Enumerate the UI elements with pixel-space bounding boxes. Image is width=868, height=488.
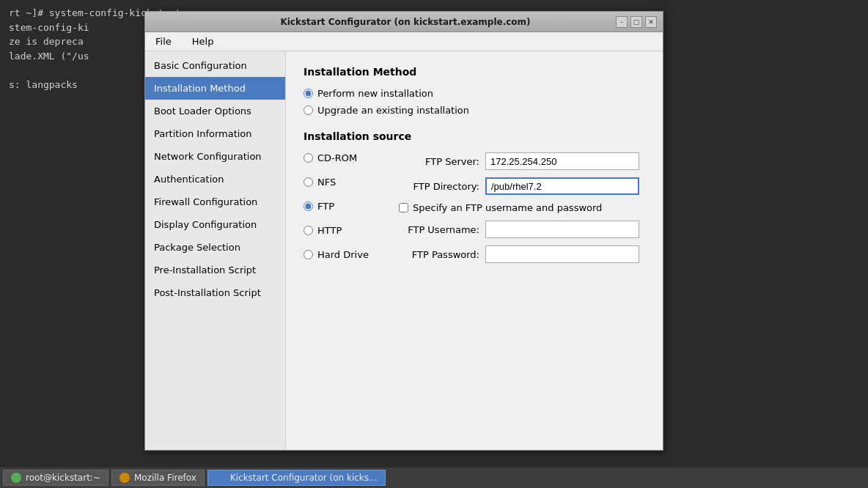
ftp-username-label: FTP Username: [399,224,479,235]
radio-upgrade-existing: Upgrade an existing installation [304,105,645,116]
installation-method-header: Installation Method [304,66,645,78]
menu-file[interactable]: File [151,34,176,48]
radio-nfs-group: NFS [304,177,384,188]
radio-ftp-group: FTP [304,201,384,212]
dialog-window: Kickstart Configurator (on kickstart.exa… [144,11,663,451]
radio-hard-drive-group: Hard Drive [304,249,384,260]
taskbar-item-terminal[interactable]: root@kickstart:~ [3,470,108,486]
radio-http-label[interactable]: HTTP [317,225,342,236]
taskbar-item-kickstart[interactable]: Kickstart Configurator (on kicks... [207,470,386,486]
ftp-server-row: FTP Server: [399,152,645,170]
taskbar-label-terminal: root@kickstart:~ [26,473,100,483]
source-radios: CD-ROM NFS FTP HTTP [304,152,384,266]
radio-hard-drive-label[interactable]: Hard Drive [317,249,369,260]
sidebar-item-basic-configuration[interactable]: Basic Configuration [145,54,285,77]
source-fields: FTP Server: FTP Directory: Specify an FT… [399,152,645,266]
right-panel: Installation Method Perform new installa… [286,51,663,450]
ftp-username-input[interactable] [485,221,639,238]
ftp-server-input[interactable] [485,152,639,170]
radio-http-input[interactable] [304,226,313,235]
maximize-button[interactable]: □ [630,16,642,28]
radio-ftp-label[interactable]: FTP [317,201,334,212]
title-bar-buttons: – □ ✕ [616,16,657,28]
sidebar-item-installation-method[interactable]: Installation Method [145,77,285,100]
specify-ftp-checkbox[interactable] [399,203,408,212]
taskbar: root@kickstart:~ Mozilla Firefox Kicksta… [0,467,868,488]
taskbar-label-kickstart: Kickstart Configurator (on kicks... [230,473,378,483]
close-button[interactable]: ✕ [645,16,657,28]
sidebar-item-pre-installation-script[interactable]: Pre-Installation Script [145,259,285,281]
sidebar-item-display-configuration[interactable]: Display Configuration [145,213,285,236]
title-bar: Kickstart Configurator (on kickstart.exa… [145,12,663,32]
ftp-password-row: FTP Password: [399,245,645,263]
sidebar-item-network-configuration[interactable]: Network Configuration [145,145,285,168]
installation-source-section: Installation source CD-ROM NFS [304,130,645,266]
ftp-password-label: FTP Password: [399,249,479,260]
ftp-password-input[interactable] [485,245,639,263]
radio-perform-new-label[interactable]: Perform new installation [317,88,433,99]
ftp-server-label: FTP Server: [399,156,479,167]
radio-nfs-input[interactable] [304,177,313,187]
sidebar-item-post-installation-script[interactable]: Post-Installation Script [145,281,285,304]
taskbar-dot-terminal [11,473,21,483]
taskbar-item-firefox[interactable]: Mozilla Firefox [111,470,205,486]
menu-help[interactable]: Help [188,34,218,48]
minimize-button[interactable]: – [616,16,628,28]
radio-cdrom-input[interactable] [304,153,313,163]
sidebar-item-partition-information[interactable]: Partition Information [145,122,285,145]
radio-perform-new: Perform new installation [304,88,645,99]
ftp-directory-label: FTP Directory: [399,181,479,192]
sidebar-item-boot-loader-options[interactable]: Boot Loader Options [145,100,285,122]
ftp-directory-input[interactable] [485,177,639,195]
radio-upgrade-existing-label[interactable]: Upgrade an existing installation [317,105,469,116]
taskbar-dot-firefox [119,473,130,483]
sidebar-item-firewall-configuration[interactable]: Firewall Configuration [145,191,285,213]
radio-hard-drive-input[interactable] [304,250,313,259]
content-area: Basic Configuration Installation Method … [145,51,663,450]
radio-cdrom-label[interactable]: CD-ROM [317,152,357,163]
specify-ftp-row: Specify an FTP username and password [399,202,645,213]
radio-ftp-input[interactable] [304,202,313,211]
radio-cdrom-group: CD-ROM [304,152,384,163]
sidebar: Basic Configuration Installation Method … [145,51,286,450]
sidebar-item-package-selection[interactable]: Package Selection [145,236,285,259]
taskbar-label-firefox: Mozilla Firefox [134,473,196,483]
radio-http-group: HTTP [304,225,384,236]
installation-source-header: Installation source [304,130,645,142]
radio-perform-new-input[interactable] [304,89,313,98]
specify-ftp-label[interactable]: Specify an FTP username and password [413,202,602,213]
radio-nfs-label[interactable]: NFS [317,177,336,188]
menu-bar: File Help [145,32,663,51]
ftp-directory-row: FTP Directory: [399,177,645,195]
ftp-username-row: FTP Username: [399,221,645,238]
source-layout: CD-ROM NFS FTP HTTP [304,152,645,266]
radio-upgrade-existing-input[interactable] [304,106,313,115]
sidebar-item-authentication[interactable]: Authentication [145,168,285,191]
dialog-title: Kickstart Configurator (on kickstart.exa… [195,17,616,27]
taskbar-dot-kickstart [216,473,226,483]
